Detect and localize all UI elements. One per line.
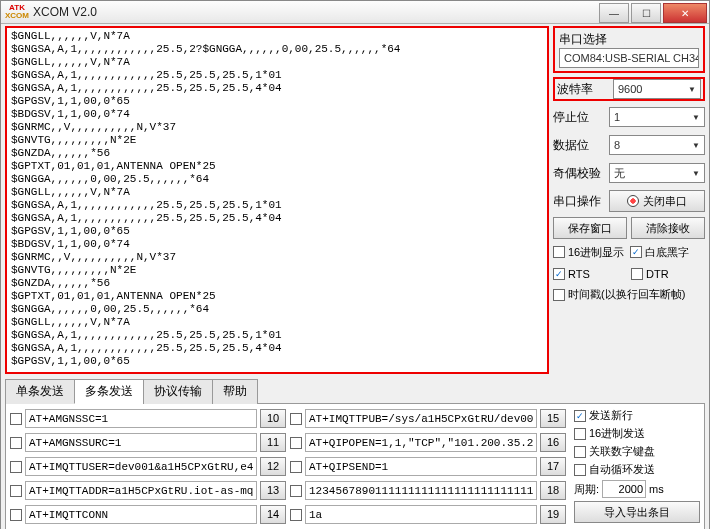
- cmd-enable-check[interactable]: [10, 437, 22, 449]
- baud-select[interactable]: 9600▼: [613, 79, 701, 99]
- chevron-down-icon: ▼: [692, 141, 700, 150]
- tab-help[interactable]: 帮助: [212, 379, 258, 404]
- cmd-enable-check[interactable]: [290, 485, 302, 497]
- cmd-input[interactable]: [25, 505, 257, 524]
- cmd-row: 16: [290, 432, 566, 453]
- cmd-row: 11: [10, 432, 286, 453]
- stopbits-label: 停止位: [553, 109, 605, 126]
- port-select[interactable]: COM84:USB-SERIAL CH34▼: [559, 48, 699, 68]
- close-button[interactable]: ✕: [663, 3, 707, 23]
- stopbits-select[interactable]: 1▼: [609, 107, 705, 127]
- serial-settings-panel: 串口选择 COM84:USB-SERIAL CH34▼ 波特率 9600▼ 停止…: [553, 26, 705, 374]
- send-tabs: 单条发送 多条发送 协议传输 帮助: [5, 378, 705, 404]
- app-window: ATK XCOM XCOM V2.0 — ☐ ✕ $GNGLL,,,,,,V,N…: [0, 0, 710, 529]
- databits-select[interactable]: 8▼: [609, 135, 705, 155]
- send-newline-check[interactable]: ✓发送新行: [574, 408, 700, 423]
- rts-check[interactable]: ✓RTS: [553, 268, 625, 280]
- cmd-row: 12: [10, 456, 286, 477]
- cmd-send-button[interactable]: 14: [260, 505, 286, 524]
- cmd-row: 10: [10, 408, 286, 429]
- port-status-icon: [627, 195, 639, 207]
- cmd-send-button[interactable]: 10: [260, 409, 286, 428]
- assoc-keypad-check[interactable]: 关联数字键盘: [574, 444, 700, 459]
- cmd-row: 18: [290, 480, 566, 501]
- timestamp-check[interactable]: 时间戳(以换行回车断帧): [553, 287, 705, 302]
- hex-send-check[interactable]: 16进制发送: [574, 426, 700, 441]
- maximize-button[interactable]: ☐: [631, 3, 661, 23]
- cmd-input[interactable]: [25, 409, 257, 428]
- save-window-button[interactable]: 保存窗口: [553, 217, 627, 239]
- port-op-label: 串口操作: [553, 193, 605, 210]
- chevron-down-icon: ▼: [688, 85, 696, 94]
- cmd-send-button[interactable]: 19: [540, 505, 566, 524]
- cmd-send-button[interactable]: 13: [260, 481, 286, 500]
- cmd-row: 14: [10, 504, 286, 525]
- cmd-input[interactable]: [305, 409, 537, 428]
- window-title: XCOM V2.0: [33, 5, 97, 19]
- cmd-enable-check[interactable]: [290, 437, 302, 449]
- chevron-down-icon: ▼: [692, 169, 700, 178]
- tab-single-send[interactable]: 单条发送: [5, 379, 75, 404]
- import-export-button[interactable]: 导入导出条目: [574, 501, 700, 523]
- cmd-row: 17: [290, 456, 566, 477]
- hex-display-check[interactable]: 16进制显示: [553, 245, 624, 260]
- baud-label: 波特率: [557, 81, 609, 98]
- cmd-row: 19: [290, 504, 566, 525]
- cmd-input[interactable]: [305, 505, 537, 524]
- cmd-input[interactable]: [305, 433, 537, 452]
- cmd-input[interactable]: [305, 457, 537, 476]
- tab-multi-send[interactable]: 多条发送: [74, 379, 144, 404]
- period-unit: ms: [649, 483, 664, 495]
- cmd-input[interactable]: [25, 457, 257, 476]
- dtr-check[interactable]: DTR: [631, 268, 669, 280]
- period-input[interactable]: [602, 480, 646, 498]
- multi-send-panel: 1011121314 1516171819 ✓发送新行 16进制发送 关联数字键…: [5, 404, 705, 529]
- cmd-row: 13: [10, 480, 286, 501]
- parity-label: 奇偶校验: [553, 165, 605, 182]
- minimize-button[interactable]: —: [599, 3, 629, 23]
- cmd-enable-check[interactable]: [290, 509, 302, 521]
- white-bg-check[interactable]: ✓白底黑字: [630, 245, 689, 260]
- terminal-output[interactable]: $GNGLL,,,,,,V,N*7A $GNGSA,A,1,,,,,,,,,,,…: [5, 26, 549, 374]
- tab-protocol[interactable]: 协议传输: [143, 379, 213, 404]
- cmd-send-button[interactable]: 15: [540, 409, 566, 428]
- parity-select[interactable]: 无▼: [609, 163, 705, 183]
- cmd-send-button[interactable]: 17: [540, 457, 566, 476]
- chevron-down-icon: ▼: [692, 113, 700, 122]
- cmd-row: 15: [290, 408, 566, 429]
- cmd-enable-check[interactable]: [10, 485, 22, 497]
- period-label: 周期:: [574, 482, 599, 497]
- app-logo: ATK XCOM: [5, 2, 29, 22]
- cmd-enable-check[interactable]: [10, 509, 22, 521]
- cmd-send-button[interactable]: 18: [540, 481, 566, 500]
- cmd-enable-check[interactable]: [290, 461, 302, 473]
- cmd-enable-check[interactable]: [290, 413, 302, 425]
- autoloop-check[interactable]: 自动循环发送: [574, 462, 700, 477]
- cmd-input[interactable]: [25, 481, 257, 500]
- cmd-send-button[interactable]: 11: [260, 433, 286, 452]
- cmd-enable-check[interactable]: [10, 461, 22, 473]
- titlebar[interactable]: ATK XCOM XCOM V2.0 — ☐ ✕: [1, 1, 709, 24]
- cmd-input[interactable]: [305, 481, 537, 500]
- port-label: 串口选择: [559, 31, 699, 48]
- cmd-input[interactable]: [25, 433, 257, 452]
- close-port-button[interactable]: 关闭串口: [609, 190, 705, 212]
- clear-rx-button[interactable]: 清除接收: [631, 217, 705, 239]
- cmd-send-button[interactable]: 16: [540, 433, 566, 452]
- databits-label: 数据位: [553, 137, 605, 154]
- cmd-send-button[interactable]: 12: [260, 457, 286, 476]
- cmd-enable-check[interactable]: [10, 413, 22, 425]
